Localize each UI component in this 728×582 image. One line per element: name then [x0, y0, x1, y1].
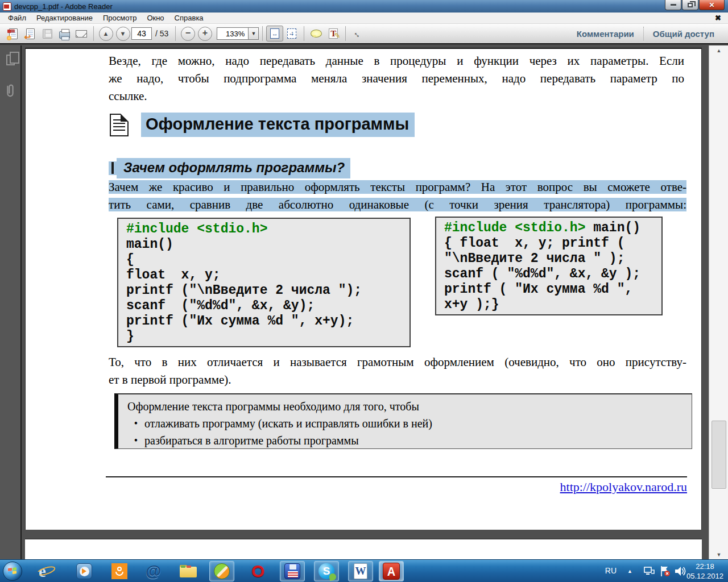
minimize-icon [671, 4, 676, 6]
volume-icon[interactable] [673, 565, 687, 577]
menu-edit[interactable]: Редактирование [32, 13, 97, 23]
code-line: float x, y; [126, 268, 221, 282]
fit-page-icon: ↔↕ [287, 28, 296, 39]
scroll-down-icon[interactable]: ▼ [709, 550, 728, 559]
floppy-disk-icon [284, 563, 300, 579]
taskbar-save-tool-running[interactable] [280, 561, 305, 581]
close-button[interactable]: ✕ [699, 0, 725, 10]
pdf-app-icon [3, 2, 11, 11]
arrow-down-icon: ▼ [116, 27, 130, 41]
adobe-reader-icon: A [383, 563, 400, 580]
share-panel-button[interactable]: Общий доступ [644, 29, 723, 39]
close-icon: ✕ [709, 2, 714, 9]
vertical-scrollbar[interactable]: ▲ ▼ [709, 45, 728, 559]
code-block-formatted: #include <stdio.h> main() { float x, y; … [117, 218, 411, 347]
code-include-green: #include <stdio.h> [444, 221, 585, 235]
code-line: scanf ( "%d%d", &x, &y ); [444, 267, 640, 281]
zoom-out-button[interactable]: − [179, 26, 196, 41]
selected-text-line: тить сами, сравнив две абсолютно одинако… [109, 198, 686, 211]
previous-page-button[interactable]: ▲ [97, 26, 114, 41]
note-bullet: • отлаживать программу (искать и исправл… [127, 415, 684, 432]
next-pdf-page [25, 539, 702, 559]
taskbar-opera[interactable]: O [251, 561, 264, 581]
taskbar-word-running[interactable]: W [348, 561, 373, 581]
clock[interactable]: 22:18 05.12.2012 [686, 562, 723, 581]
section-heading: Оформление текста программы [141, 113, 415, 137]
code-line: } [126, 329, 134, 344]
save-icon [43, 29, 52, 39]
open-button[interactable] [22, 26, 39, 41]
taskbar-mail-ru-agent[interactable]: @ [146, 561, 161, 581]
fullscreen-icon: ↔ [351, 27, 365, 40]
plus-icon: + [198, 27, 212, 41]
zoom-in-button[interactable]: + [196, 26, 213, 41]
media-player-icon [76, 563, 92, 579]
print-button[interactable] [56, 26, 73, 41]
comments-panel-button[interactable]: Комментарии [568, 29, 643, 39]
fullscreen-button[interactable]: ↔ [349, 26, 366, 41]
title-bar[interactable]: devcpp_1.pdf - Adobe Reader ✕ [0, 0, 728, 13]
minus-icon: − [181, 27, 195, 41]
attachments-paperclip-icon[interactable] [5, 82, 16, 99]
taskbar: e @ O S W A RU ▲ [0, 559, 728, 582]
section-heading-row: Оформление текста программы [110, 113, 415, 137]
code-line: main() [126, 237, 173, 252]
bullet-icon: • [127, 415, 144, 432]
fit-page-button[interactable]: ↔↕ [283, 26, 300, 41]
create-pdf-button[interactable] [5, 26, 22, 41]
close-document-icon[interactable]: ✖ [715, 14, 721, 22]
menu-file[interactable]: Файл [3, 13, 31, 23]
author-site-link[interactable]: http://kpolyakov.narod.ru [560, 480, 687, 494]
toolbar: ▲ ▼ / 53 − + 133% ▼ ↔ ↔↕ T✎ ↔ Комментари… [0, 24, 728, 44]
restore-button[interactable] [682, 0, 698, 10]
save-button[interactable] [39, 26, 56, 41]
taskbar-nero-running[interactable] [209, 561, 234, 581]
subsection-heading-row: Зачем оформлять программы? [109, 158, 350, 178]
menu-help[interactable]: Справка [170, 13, 208, 23]
footer-rule [106, 476, 687, 477]
page-thumbnails-icon[interactable] [6, 55, 15, 65]
scroll-up-icon[interactable]: ▲ [709, 45, 728, 55]
taskbar-adobe-reader-active[interactable]: A [379, 561, 404, 581]
text-line: То, что в них отличается и называется гр… [109, 354, 686, 371]
code-line: printf ( "Их сумма %d ", [444, 282, 632, 297]
toolbar-separator [304, 26, 304, 41]
menu-window[interactable]: Окно [142, 13, 168, 23]
page-number-input[interactable] [131, 27, 152, 40]
action-center-flag-icon[interactable] [659, 565, 671, 577]
toolbar-separator [345, 26, 346, 41]
start-button[interactable] [3, 561, 22, 581]
text-edit-icon: T✎ [329, 28, 338, 39]
minimize-button[interactable] [665, 0, 681, 10]
window-title: devcpp_1.pdf - Adobe Reader [14, 2, 113, 11]
menu-view[interactable]: Просмотр [98, 13, 141, 23]
fit-width-button[interactable]: ↔ [266, 26, 283, 41]
taskbar-odnoklassniki[interactable] [111, 561, 127, 581]
text-edit-button[interactable]: T✎ [325, 26, 342, 41]
taskbar-internet-explorer[interactable]: e [39, 561, 46, 581]
paragraph-why-format: Зачем же красиво и правильно оформлять т… [109, 178, 686, 214]
zoom-level-value[interactable]: 133% [217, 27, 249, 40]
windows-start-icon [3, 562, 22, 581]
email-button[interactable] [73, 26, 90, 41]
folder-icon [180, 565, 197, 577]
zoom-dropdown-button[interactable]: ▼ [249, 27, 259, 40]
email-icon [76, 30, 87, 38]
code-include-green: #include <stdio.h> [126, 222, 267, 236]
subsection-heading: Зачем оформлять программы? [117, 158, 350, 178]
show-hidden-icons-icon[interactable]: ▲ [627, 568, 632, 574]
code-line: "\nВведите 2 числа " ); [444, 251, 624, 266]
word-icon: W [354, 563, 367, 579]
paragraph-difference: То, что в них отличается и называется гр… [109, 354, 686, 389]
print-icon [59, 31, 70, 39]
next-page-button[interactable]: ▼ [114, 26, 131, 41]
network-icon[interactable] [643, 565, 655, 577]
taskbar-windows-explorer[interactable] [180, 561, 197, 581]
comment-button[interactable] [308, 26, 325, 41]
taskbar-media-player[interactable] [76, 561, 92, 581]
menu-bar: Файл Редактирование Просмотр Окно Справк… [0, 13, 728, 24]
scrollbar-thumb[interactable] [712, 421, 726, 489]
desktop: devcpp_1.pdf - Adobe Reader ✕ Файл Редак… [0, 0, 728, 582]
taskbar-skype-running[interactable]: S [314, 561, 339, 581]
keyboard-layout[interactable]: RU [605, 566, 617, 575]
